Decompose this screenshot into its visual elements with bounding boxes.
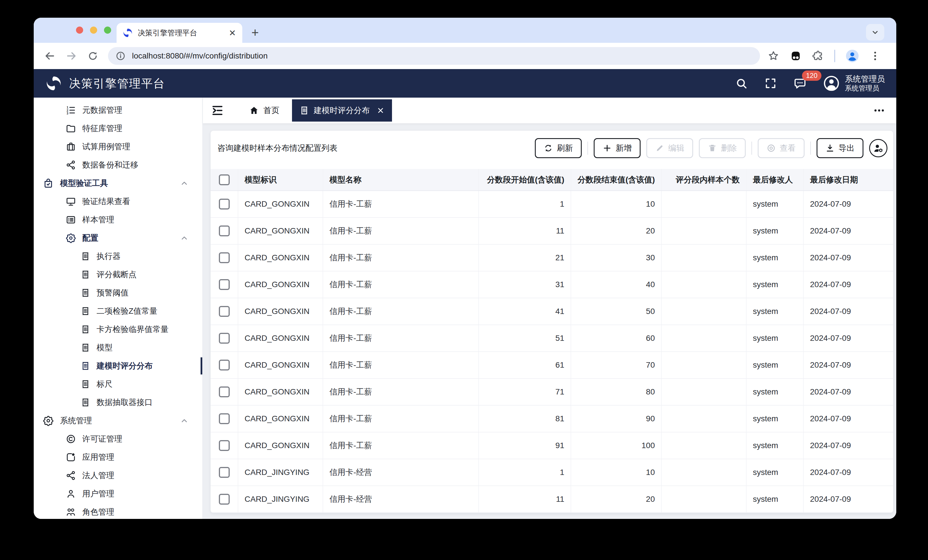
search-icon[interactable] — [735, 77, 748, 90]
site-info-icon[interactable] — [115, 51, 126, 61]
column-header-range-end: 分数段结束值(含该值) — [571, 169, 661, 191]
cell-range-end: 90 — [571, 405, 661, 432]
sidebar-item-model[interactable]: 模型 — [34, 338, 202, 357]
sidebar-item-modeling-score-distribution[interactable]: 建模时评分分布 — [34, 357, 202, 375]
close-window-button[interactable] — [76, 27, 83, 33]
share-icon — [66, 470, 76, 481]
back-icon[interactable] — [44, 50, 55, 62]
delete-button[interactable]: 删除 — [699, 138, 746, 158]
sidebar-item-metadata[interactable]: 元数据管理 — [34, 101, 202, 119]
sidebar-item-validation-results[interactable]: 验证结果查看 — [34, 192, 202, 211]
cell-model-id: CARD_GONGXIN — [238, 325, 323, 352]
cell-model-name: 信用卡-工薪 — [323, 405, 479, 432]
messages-button[interactable]: 120 — [794, 77, 807, 90]
tab-close-icon[interactable]: ✕ — [229, 28, 236, 38]
cell-sample-count — [661, 379, 746, 405]
cell-model-id: CARD_GONGXIN — [238, 271, 323, 298]
user-gear-icon — [873, 142, 884, 154]
sidebar-group-system-management[interactable]: 系统管理 — [34, 412, 202, 430]
cell-range-start: 1 — [479, 191, 571, 218]
sidebar-item-data-extractor-api[interactable]: 数据抽取器接口 — [34, 393, 202, 412]
tab-home[interactable]: 首页 — [242, 99, 287, 122]
browser-profile-avatar[interactable] — [846, 49, 859, 63]
sidebar-item-executor[interactable]: 执行器 — [34, 247, 202, 265]
row-checkbox[interactable] — [219, 225, 230, 236]
more-options-icon[interactable] — [873, 104, 885, 117]
column-header-modified-date: 最后修改日期 — [803, 169, 893, 191]
chevron-up-icon[interactable] — [180, 234, 189, 242]
row-checkbox[interactable] — [219, 413, 230, 424]
sidebar-item-legal-entity[interactable]: 法人管理 — [34, 466, 202, 485]
row-checkbox[interactable] — [219, 440, 230, 451]
close-tab-icon[interactable] — [377, 107, 385, 114]
row-checkbox[interactable] — [219, 360, 230, 370]
add-button[interactable]: 新增 — [594, 138, 641, 158]
cell-range-end: 60 — [571, 325, 661, 352]
sidebar-item-feature-library[interactable]: 特征库管理 — [34, 119, 202, 138]
browser-tab[interactable]: 决策引擎管理平台 ✕ — [117, 23, 242, 43]
cell-range-end: 70 — [571, 352, 661, 379]
row-checkbox[interactable] — [219, 279, 230, 290]
row-checkbox[interactable] — [219, 333, 230, 344]
sidebar-item-score-cutoff[interactable]: 评分截断点 — [34, 265, 202, 284]
app-header: 决策引擎管理平台 120 系统管理员 系统管理员 — [34, 69, 896, 97]
minimize-window-button[interactable] — [90, 27, 97, 33]
sidebar-item-binomial-z[interactable]: 二项检验Z值常量 — [34, 302, 202, 320]
column-header-model-id: 模型标识 — [238, 169, 323, 191]
cell-modified-date: 2024-07-09 — [803, 218, 893, 244]
chevron-up-icon[interactable] — [180, 417, 189, 425]
row-checkbox[interactable] — [219, 306, 230, 317]
sidebar-item-license[interactable]: 许可证管理 — [34, 430, 202, 448]
browser-menu-kebab-icon[interactable] — [869, 50, 881, 62]
edit-button[interactable]: 编辑 — [646, 138, 693, 158]
user-settings-button[interactable] — [869, 139, 887, 157]
tab-modeling-score-distribution[interactable]: 建模时评分分布 — [292, 99, 392, 122]
export-button[interactable]: 导出 — [817, 138, 864, 158]
row-checkbox[interactable] — [219, 467, 230, 478]
fullscreen-icon[interactable] — [764, 77, 777, 90]
select-all-checkbox[interactable] — [219, 174, 230, 185]
cell-model-name: 信用卡-工薪 — [323, 244, 479, 271]
bookmark-star-icon[interactable] — [768, 50, 780, 62]
cell-modified-date: 2024-07-09 — [803, 405, 893, 432]
view-button[interactable]: 查看 — [758, 138, 804, 158]
row-checkbox[interactable] — [219, 494, 230, 505]
user-menu[interactable]: 系统管理员 系统管理员 — [823, 74, 885, 93]
sidebar-item-applications[interactable]: 应用管理 — [34, 448, 202, 466]
row-checkbox[interactable] — [219, 387, 230, 397]
cell-range-end: 100 — [571, 432, 661, 459]
cell-modified-date: 2024-07-09 — [803, 432, 893, 459]
sidebar-item-trial-cases[interactable]: 试算用例管理 — [34, 138, 202, 156]
chevron-up-icon[interactable] — [180, 179, 189, 187]
user-name: 系统管理员 — [845, 74, 885, 84]
gear-icon — [43, 415, 54, 426]
sidebar-item-sample-management[interactable]: 样本管理 — [34, 211, 202, 229]
refresh-button[interactable]: 刷新 — [535, 138, 582, 158]
row-checkbox[interactable] — [219, 252, 230, 263]
sidebar-item-chisquare-critical[interactable]: 卡方检验临界值常量 — [34, 320, 202, 338]
zoom-window-button[interactable] — [104, 27, 111, 33]
extensions-puzzle-icon[interactable] — [812, 50, 824, 62]
cell-range-start: 31 — [479, 271, 571, 298]
sidebar-item-warning-threshold[interactable]: 预警阈值 — [34, 284, 202, 302]
app-header-actions: 120 系统管理员 系统管理员 — [735, 74, 885, 93]
sidebar-item-ruler[interactable]: 标尺 — [34, 375, 202, 393]
sidebar-group-model-validation[interactable]: 模型验证工具 — [34, 174, 202, 192]
extension-app-icon[interactable] — [790, 50, 802, 62]
sidebar-item-roles[interactable]: 角色管理 — [34, 503, 202, 519]
forward-icon[interactable] — [66, 50, 77, 62]
table-row: CARD_JINGYING 信用卡-经营 1 10 system 2024-07… — [211, 459, 893, 486]
collapse-sidebar-icon[interactable] — [211, 104, 224, 117]
sidebar-item-data-backup[interactable]: 数据备份和迁移 — [34, 156, 202, 174]
tab-search-button[interactable] — [866, 24, 884, 41]
new-tab-button[interactable]: + — [252, 26, 259, 39]
window-controls — [76, 27, 111, 33]
row-checkbox[interactable] — [219, 199, 230, 210]
sidebar-group-config[interactable]: 配置 — [34, 229, 202, 247]
sidebar-item-users[interactable]: 用户管理 — [34, 485, 202, 503]
plus-icon — [603, 143, 612, 153]
reload-icon[interactable] — [87, 50, 98, 61]
cell-model-name: 信用卡-工薪 — [323, 379, 479, 405]
address-bar[interactable]: localhost:8080/#/mv/config/distribution — [108, 47, 760, 65]
refresh-icon — [544, 143, 553, 153]
